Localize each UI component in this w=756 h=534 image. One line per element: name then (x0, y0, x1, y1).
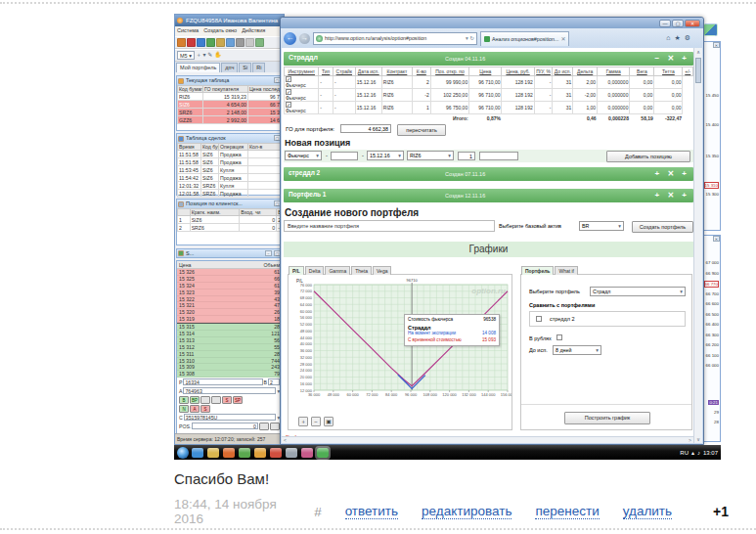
toolbar-icon[interactable] (206, 38, 215, 47)
column-header[interactable]: Инструмент (285, 67, 319, 76)
workspace-tab[interactable]: Ri (252, 63, 265, 72)
chart-tools-icons[interactable]: ＋ ▾ ✎ ✋ (196, 51, 222, 60)
toolbar-icon[interactable] (177, 38, 186, 47)
build-chart-button[interactable]: Построить график (564, 412, 650, 424)
qty-input[interactable]: 1 (458, 152, 475, 160)
address-bar[interactable]: http://www.option.ru/analysis/option#pos… (313, 32, 477, 45)
close-button[interactable]: ✕ (685, 20, 700, 27)
table-row[interactable]: 12:01:32SRZ6Купля (178, 182, 282, 190)
ask-row[interactable]: 15 32461 (177, 283, 282, 289)
workspace-tab[interactable]: Мой портфель (176, 63, 220, 72)
table-row[interactable]: SIZ64 654,0066 7 (178, 101, 282, 109)
create-portfolio-button[interactable]: Создать портфель (632, 221, 693, 233)
explorer-folder-icon[interactable] (207, 448, 219, 458)
favorites-star-icon[interactable]: ★ (674, 34, 680, 42)
column-header[interactable]: П/У, % (534, 67, 553, 76)
portfolio-select[interactable]: Страдл▾ (590, 287, 686, 296)
price-input[interactable]: 16334 (183, 378, 262, 385)
scroll-up-icon[interactable]: ∧ (694, 48, 702, 56)
karma-badge[interactable]: +1 (713, 504, 729, 519)
minimize-button[interactable]: − (265, 250, 272, 256)
straddle-panel-header[interactable]: Страддл Создан 04.11.16 − ✕ + (284, 52, 693, 66)
portfolio-tab[interactable]: What if (555, 266, 578, 275)
move-link[interactable]: перенести (535, 504, 599, 519)
menu-item[interactable]: Создать окно (203, 27, 237, 35)
edit-link[interactable]: редактировать (422, 504, 511, 519)
ask-row[interactable]: 15 32243 (177, 296, 282, 303)
bid-row[interactable]: 15 31255 (177, 344, 282, 351)
internet-explorer-icon[interactable] (192, 448, 203, 458)
positions-title-bar[interactable]: Позиция по клиентск...▢ (177, 200, 282, 208)
table-row[interactable]: 12:01:58SRZ6Продажа (178, 190, 282, 198)
column-header[interactable]: Гамма (598, 67, 630, 76)
panel-controls-icons[interactable]: + ✕ + (655, 169, 690, 178)
deals-table-title-bar[interactable]: Таблица сделок▢ (177, 134, 282, 143)
desktop-shortcut-icon[interactable] (703, 23, 718, 36)
zoom-reset-icon[interactable]: ▣ (324, 417, 334, 426)
bid-row[interactable]: 15 314121 (177, 331, 282, 337)
recalc-button[interactable]: пересчитать (397, 124, 446, 136)
workspace-tab[interactable]: дпч (221, 63, 238, 72)
app-yellow-icon[interactable] (254, 448, 266, 458)
quik-title-bar[interactable]: FZQU84958A Иванова Валентина (175, 15, 284, 26)
buy-button[interactable]: B (179, 396, 189, 404)
reply-link[interactable]: ответить (345, 504, 398, 519)
delete-link[interactable]: удалить (623, 504, 672, 519)
table-row[interactable]: 11:54:42SiZ6Продажа (178, 174, 282, 182)
column-header[interactable]: К-во (412, 67, 430, 76)
scroll-thumb[interactable] (695, 58, 701, 83)
browser-tab[interactable]: Анализ опционов#position... ✕ (480, 31, 569, 46)
bid-row[interactable]: 15 31356 (177, 337, 282, 344)
address-tools[interactable]: ▾ ↻ (466, 35, 474, 41)
post-anchor-link[interactable]: # (314, 505, 322, 519)
sell-button[interactable]: SP (233, 396, 243, 404)
asset-select[interactable]: BR▾ (579, 221, 624, 231)
scroll-down-icon[interactable]: ∨ (694, 435, 702, 443)
column-header[interactable]: Вега (630, 67, 654, 76)
column-header[interactable]: Контракт (381, 67, 412, 76)
column-header[interactable]: +/- (683, 67, 693, 76)
toolbar-icon[interactable] (245, 38, 254, 47)
chrome-icon[interactable] (239, 448, 250, 458)
scroll-right-icon[interactable]: > (689, 437, 691, 443)
app-pink-icon[interactable] (301, 448, 313, 458)
quik-active-icon[interactable] (317, 448, 329, 458)
days-select[interactable]: 8 дней▾ (553, 345, 601, 355)
maximize-button[interactable]: ▢ (672, 20, 684, 27)
type-select[interactable]: Фьючерс▾ (285, 151, 322, 160)
contract-select[interactable]: RIZ6▾ (407, 151, 454, 160)
settings-gear-icon[interactable]: ⚙ (685, 34, 690, 42)
table-row[interactable]: SRZ62 148,0015 3 (178, 109, 282, 116)
toolbar-icon[interactable] (187, 38, 196, 47)
portfolio1-panel-header[interactable]: Портфель 1 Создан 12.11.16 + ✕ + (284, 189, 693, 202)
compare-checkbox[interactable] (536, 316, 542, 322)
bid-row[interactable]: 15 31528 (177, 324, 282, 331)
portfolio-tab[interactable]: Портфель (521, 266, 554, 275)
ask-row[interactable]: 15 31918 (177, 316, 282, 323)
chart-tab[interactable]: P/L (289, 266, 304, 275)
ask-row[interactable]: 15 32339 (177, 289, 282, 296)
minimize-button[interactable]: — (659, 20, 671, 27)
column-header[interactable]: Дельта (573, 67, 598, 76)
close-icon[interactable]: ✕ (713, 42, 720, 48)
table-row[interactable]: RIZ615 319,2396 7 (178, 93, 282, 101)
pos-button[interactable] (270, 423, 280, 430)
add-position-button[interactable]: Добавить позицию (606, 151, 690, 162)
price-input[interactable] (479, 152, 518, 160)
zoom-out-icon[interactable]: − (311, 417, 321, 426)
dom-title-bar[interactable]: S...−▢ (177, 249, 282, 257)
bid-row[interactable]: 15 30879 (177, 371, 282, 378)
menu-item[interactable]: Система (177, 27, 199, 35)
workspace-tab[interactable]: Si (239, 63, 251, 72)
account-select[interactable]: 764963 (183, 387, 276, 394)
ask-row[interactable]: 15 32026 (177, 309, 282, 316)
chart-tab[interactable]: Delta (305, 266, 325, 275)
table-row[interactable]: 11:53:45SiZ6Купля (178, 166, 282, 174)
toolbar-icon[interactable] (226, 38, 235, 47)
panel-controls-icons[interactable]: + ✕ + (655, 191, 690, 200)
zoom-in-icon[interactable]: ＋ (298, 417, 308, 426)
bid-row[interactable]: 15 309243 (177, 364, 282, 371)
panel-controls-icons[interactable]: − ✕ + (655, 54, 690, 63)
date-select[interactable]: 15.12.16▾ (367, 151, 404, 160)
volume-icon[interactable]: ♪ (697, 450, 700, 456)
